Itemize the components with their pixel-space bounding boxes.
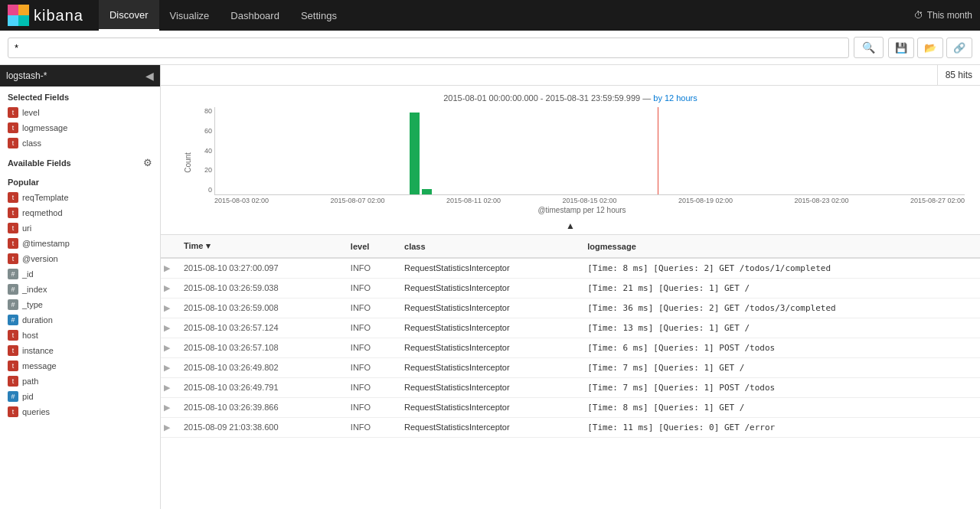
main-layout: logstash-* ◀ Selected Fields t level t l… (0, 65, 980, 509)
x-label-1: 2015-08-07 02:00 (330, 197, 384, 204)
row-expand-8[interactable]: ▶ (161, 418, 176, 438)
row-logmessage-2: [Time: 36 ms] [Queries: 2] GET /todos/3/… (580, 299, 980, 318)
bar-slot-32 (603, 107, 615, 194)
table-row: ▶2015-08-09 21:03:38.600INFORequestStati… (161, 418, 980, 438)
th-class[interactable]: class (397, 235, 580, 258)
field-type[interactable]: # _type (0, 297, 160, 312)
row-expand-1[interactable]: ▶ (161, 279, 176, 299)
bar-slot-16 (409, 107, 421, 194)
x-label-2: 2015-08-11 02:00 (446, 197, 501, 204)
bar-slot-8 (312, 107, 324, 194)
bar-slot-11 (348, 107, 361, 194)
row-class-0: RequestStatisticsInterceptor (397, 258, 580, 279)
field-reqmethod-label: reqmethod (22, 208, 63, 217)
index-selector[interactable]: logstash-* ◀ (0, 65, 160, 86)
x-label-4: 2015-08-19 02:00 (678, 197, 733, 204)
bar-slot-12 (361, 107, 373, 194)
save-button[interactable]: 💾 (888, 38, 914, 58)
th-level[interactable]: level (343, 235, 397, 258)
nav-settings[interactable]: Settings (290, 0, 348, 31)
row-expand-2[interactable]: ▶ (161, 299, 176, 318)
fields-gear-button[interactable]: ⚙ (143, 157, 152, 168)
row-expand-5[interactable]: ▶ (161, 358, 176, 378)
red-line (658, 107, 658, 194)
field-index[interactable]: # _index (0, 282, 160, 297)
field-logmessage[interactable]: t logmessage (0, 120, 160, 135)
th-time[interactable]: Time ▾ (176, 235, 343, 258)
search-button[interactable]: 🔍 (854, 37, 884, 58)
row-time-0: 2015-08-10 03:27:00.097 (176, 258, 343, 279)
bar-slot-24 (505, 107, 518, 194)
field-uri[interactable]: t uri (0, 220, 160, 236)
collapse-sidebar-button[interactable]: ◀ (145, 70, 154, 82)
row-expand-3[interactable]: ▶ (161, 318, 176, 338)
field-level[interactable]: t level (0, 105, 160, 120)
row-time-4: 2015-08-10 03:26:57.108 (176, 338, 343, 358)
bar-slot-21 (469, 107, 482, 194)
chart-container: 2015-08-01 00:00:00.000 - 2015-08-31 23:… (161, 86, 980, 217)
field-timestamp[interactable]: t @timestamp (0, 236, 160, 251)
field-path[interactable]: t path (0, 374, 160, 389)
bar-slot-39 (687, 107, 699, 194)
table-header-row: Time ▾ level class logmessage (161, 235, 980, 258)
search-input[interactable] (8, 38, 849, 58)
nav-discover[interactable]: Discover (99, 0, 159, 31)
row-level-0: INFO (343, 258, 397, 279)
field-type-icon-pid: # (8, 391, 18, 402)
row-expand-0[interactable]: ▶ (161, 258, 176, 279)
row-expand-7[interactable]: ▶ (161, 398, 176, 418)
bar-slot-55 (880, 107, 893, 194)
nav-dashboard[interactable]: Dashboard (220, 0, 290, 31)
field-id[interactable]: # _id (0, 266, 160, 282)
y-label-60: 60 (204, 127, 212, 135)
field-reqmethod[interactable]: t reqmethod (0, 205, 160, 220)
row-level-4: INFO (343, 338, 397, 358)
field-type-icon-version: t (8, 253, 18, 264)
bar-slot-43 (735, 107, 747, 194)
row-level-3: INFO (343, 318, 397, 338)
field-queries[interactable]: t queries (0, 404, 160, 419)
field-logmessage-label: logmessage (22, 123, 67, 132)
y-label-80: 80 (204, 107, 212, 115)
y-label-40: 40 (204, 147, 212, 155)
bar-slot-28 (554, 107, 566, 194)
sidebar: logstash-* ◀ Selected Fields t level t l… (0, 65, 161, 509)
field-reqtemplate[interactable]: t reqTemplate (0, 190, 160, 205)
bar-slot-30 (578, 107, 590, 194)
bar-slot-49 (808, 107, 820, 194)
bar-slot-25 (518, 107, 530, 194)
field-pid[interactable]: # pid (0, 389, 160, 404)
table-row: ▶2015-08-10 03:26:49.791INFORequestStati… (161, 378, 980, 398)
share-button[interactable]: 🔗 (946, 38, 972, 58)
field-instance[interactable]: t instance (0, 343, 160, 358)
row-level-8: INFO (343, 418, 397, 438)
by-12-hours-link[interactable]: by 12 hours (653, 93, 697, 103)
time-filter[interactable]: ⏱ This month (914, 10, 972, 21)
x-axis-title: @timestamp per 12 hours (199, 204, 965, 217)
row-logmessage-6: [Time: 7 ms] [Queries: 1] POST /todos (580, 378, 980, 398)
field-class[interactable]: t class (0, 135, 160, 151)
field-message[interactable]: t message (0, 358, 160, 374)
field-host[interactable]: t host (0, 328, 160, 343)
available-fields-header: Available Fields ⚙ (0, 151, 160, 171)
load-button[interactable]: 📂 (917, 38, 943, 58)
bar-slot-57 (904, 107, 916, 194)
field-type-icon-type: # (8, 299, 18, 310)
nav-visualize[interactable]: Visualize (159, 0, 220, 31)
row-level-2: INFO (343, 299, 397, 318)
bar-slot-58 (916, 107, 929, 194)
th-logmessage[interactable]: logmessage (580, 235, 980, 258)
field-version[interactable]: t @version (0, 251, 160, 266)
row-expand-4[interactable]: ▶ (161, 338, 176, 358)
field-version-label: @version (22, 254, 58, 263)
field-type-icon-timestamp: t (8, 238, 18, 249)
row-class-1: RequestStatisticsInterceptor (397, 279, 580, 299)
bar-slot-52 (844, 107, 856, 194)
field-duration[interactable]: # duration (0, 312, 160, 328)
x-labels: 2015-08-03 02:00 2015-08-07 02:00 2015-0… (199, 197, 965, 204)
row-expand-6[interactable]: ▶ (161, 378, 176, 398)
bar-16 (410, 113, 420, 194)
x-label-6: 2015-08-27 02:00 (910, 197, 965, 204)
chart-collapse-button[interactable]: ▲ (161, 217, 980, 235)
field-type-icon-reqtemplate: t (8, 192, 18, 203)
